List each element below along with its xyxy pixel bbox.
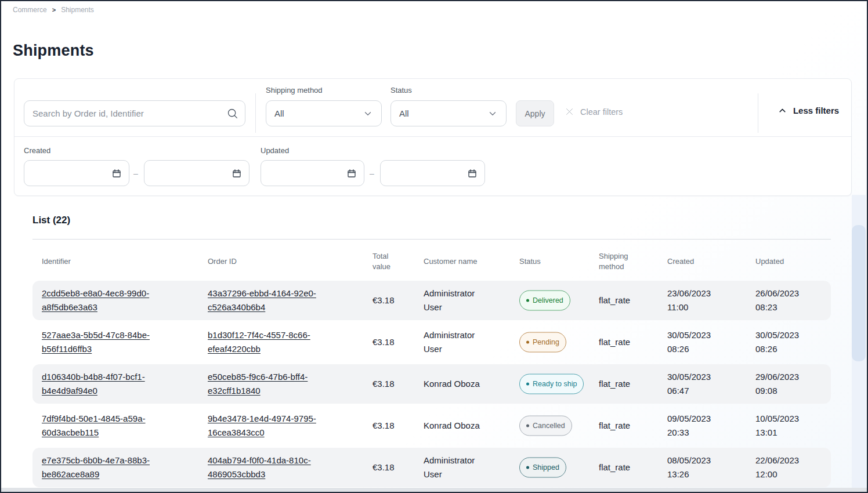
status-cell: Delivered <box>519 291 570 311</box>
status-select[interactable]: All <box>390 100 507 126</box>
table-row: 7df9f4bd-50e1-4845-a59a-60d3acbeb115 9b4… <box>32 406 831 445</box>
total-value: €3.18 <box>372 419 395 433</box>
vertical-scrollbar-thumb[interactable] <box>852 225 866 361</box>
customer-name: Konrad Oboza <box>424 377 493 391</box>
horizontal-scrollbar[interactable] <box>1 488 867 492</box>
search-input[interactable] <box>24 100 245 126</box>
updated-time: 08:23 <box>755 300 819 314</box>
table-row: d106340b-b4b8-4f07-bcf1-b4e4d9af94e0 e50… <box>32 364 831 404</box>
customer-name: Administrator User <box>424 287 493 314</box>
created-date: 08/05/2023 <box>667 454 731 467</box>
status-dot-icon <box>526 299 529 302</box>
created-to-input[interactable] <box>144 160 249 186</box>
shipments-page: Commerce > Shipments Shipments Shipping … <box>0 0 868 493</box>
column-header-created: Created <box>667 256 694 267</box>
apply-button[interactable]: Apply <box>516 100 554 126</box>
search-icon <box>226 107 238 119</box>
updated-at: 10/05/2023 13:01 <box>755 412 819 440</box>
order-id-link[interactable]: e50ceb85-f9c6-47b6-bff4-e32cff1b1840 <box>208 370 335 398</box>
chevron-down-icon <box>363 108 373 119</box>
page-title: Shipments <box>13 42 94 60</box>
status-label: Ready to ship <box>533 377 577 391</box>
created-filter-label: Created <box>24 146 50 155</box>
status-badge: Delivered <box>519 291 570 311</box>
updated-to-field[interactable] <box>381 161 484 186</box>
created-at: 30/05/2023 08:26 <box>667 328 731 356</box>
customer-name: Administrator User <box>424 328 493 356</box>
column-header-shipping-method: Shipping method <box>599 251 636 272</box>
updated-time: 09:08 <box>755 384 819 398</box>
clear-icon <box>565 107 574 117</box>
status-label: Cancelled <box>533 419 565 433</box>
created-date: 30/05/2023 <box>667 370 731 384</box>
updated-time: 12:00 <box>755 467 819 481</box>
clear-filters-button[interactable]: Clear filters <box>565 107 623 117</box>
status-badge: Cancelled <box>519 416 572 436</box>
created-time: 11:00 <box>667 300 731 314</box>
updated-date: 26/06/2023 <box>755 287 819 300</box>
column-header-order-id: Order ID <box>208 256 237 267</box>
filter-rows-divider <box>15 136 851 137</box>
order-id-link[interactable]: 404ab794-f0f0-41da-810c-4869053cbbd3 <box>208 454 335 481</box>
table-row: 527aae3a-5b5d-47c8-84be-b56f11d6ffb3 b1d… <box>32 322 831 362</box>
breadcrumb-item-shipments[interactable]: Shipments <box>61 6 94 14</box>
identifier-link[interactable]: 2cdd5eb8-e8a0-4ec8-99d0-a8f5db6e3a63 <box>42 287 178 314</box>
identifier-link[interactable]: e7e375cb-6b0b-4e7a-88b3-be862ace8a89 <box>42 454 178 481</box>
updated-filter-label: Updated <box>261 146 289 155</box>
created-time: 13:26 <box>667 467 731 481</box>
total-value: €3.18 <box>372 377 395 391</box>
order-id-link[interactable]: 9b4e3478-1e4d-4974-9795-16cea3843cc0 <box>208 412 335 440</box>
filter-divider-2 <box>758 93 758 133</box>
column-header-updated: Updated <box>755 256 784 267</box>
shipping-method: flat_rate <box>599 419 630 433</box>
column-header-total-value: Total value <box>372 251 399 272</box>
created-range-separator: – <box>133 169 138 178</box>
breadcrumb-item-commerce[interactable]: Commerce <box>13 6 47 14</box>
identifier-link[interactable]: 7df9f4bd-50e1-4845-a59a-60d3acbeb115 <box>42 412 178 440</box>
updated-at: 26/06/2023 08:23 <box>755 287 819 314</box>
less-filters-toggle[interactable]: Less filters <box>772 106 844 115</box>
updated-at: 22/06/2023 12:00 <box>755 454 819 481</box>
status-dot-icon <box>526 466 529 469</box>
updated-at: 29/06/2023 09:08 <box>755 370 819 398</box>
shipping-method-select[interactable]: All <box>266 100 382 126</box>
status-filter-value: All <box>399 108 409 118</box>
updated-to-input[interactable] <box>380 160 485 186</box>
status-badge: Ready to ship <box>519 374 584 394</box>
shipping-method: flat_rate <box>599 377 630 391</box>
updated-time: 13:01 <box>755 426 819 440</box>
table-row: 2cdd5eb8-e8a0-4ec8-99d0-a8f5db6e3a63 43a… <box>32 281 831 320</box>
table-row: e7e375cb-6b0b-4e7a-88b3-be862ace8a89 404… <box>32 448 831 487</box>
vertical-scrollbar[interactable] <box>852 195 866 488</box>
total-value: €3.18 <box>372 461 395 474</box>
chevron-down-icon <box>487 108 498 119</box>
shipping-method: flat_rate <box>599 461 630 474</box>
updated-time: 08:26 <box>755 342 819 356</box>
updated-from-field[interactable] <box>261 161 364 186</box>
order-id-link[interactable]: 43a37296-ebbd-4164-92e0-c526a340b6b4 <box>208 287 335 314</box>
created-from-field[interactable] <box>24 161 129 186</box>
total-value: €3.18 <box>372 335 395 349</box>
created-time: 06:47 <box>667 384 731 398</box>
created-to-field[interactable] <box>144 161 249 186</box>
list-divider <box>32 239 831 240</box>
updated-from-input[interactable] <box>261 160 364 186</box>
status-cell: Shipped <box>519 458 566 478</box>
column-header-customer-name: Customer name <box>424 256 477 267</box>
column-header-identifier: Identifier <box>42 256 71 267</box>
status-badge: Pending <box>519 332 566 353</box>
search-box <box>24 100 245 126</box>
shipping-method: flat_rate <box>599 293 630 307</box>
updated-at: 30/05/2023 08:26 <box>755 328 819 356</box>
status-filter-label: Status <box>390 86 412 95</box>
created-from-input[interactable] <box>24 160 129 186</box>
status-label: Delivered <box>533 293 563 307</box>
less-filters-label: Less filters <box>793 106 839 115</box>
identifier-link[interactable]: 527aae3a-5b5d-47c8-84be-b56f11d6ffb3 <box>42 328 178 356</box>
updated-range-separator: – <box>370 169 374 178</box>
shipping-method: flat_rate <box>599 335 630 349</box>
order-id-link[interactable]: b1d30f12-7f4c-4557-8c66-efeaf4220cbb <box>208 328 335 356</box>
created-date: 09/05/2023 <box>667 412 731 426</box>
identifier-link[interactable]: d106340b-b4b8-4f07-bcf1-b4e4d9af94e0 <box>42 370 178 398</box>
breadcrumb: Commerce > Shipments <box>13 6 94 14</box>
